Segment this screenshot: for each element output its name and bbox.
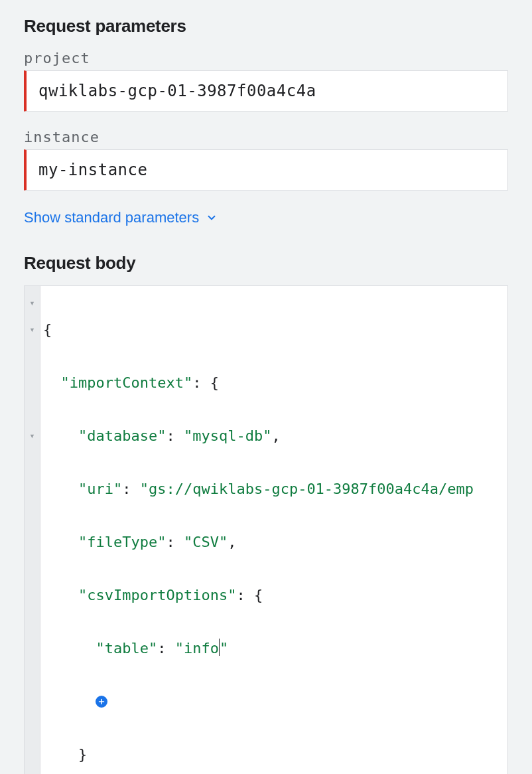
fold-marker-icon[interactable] [25, 290, 40, 317]
request-body-editor[interactable]: { "importContext": { "database": "mysql-… [24, 285, 508, 774]
request-body-heading: Request body [24, 253, 508, 273]
project-label: project [24, 50, 508, 66]
chevron-down-icon [206, 212, 218, 224]
show-standard-parameters-label: Show standard parameters [24, 209, 199, 226]
fold-marker-icon[interactable] [25, 317, 40, 343]
add-field-button[interactable] [96, 696, 107, 708]
instance-input[interactable] [24, 149, 508, 191]
fold-marker-icon[interactable] [25, 423, 40, 449]
request-parameters-heading: Request parameters [24, 16, 508, 37]
show-standard-parameters-toggle[interactable]: Show standard parameters [24, 209, 218, 226]
code-content[interactable]: { "importContext": { "database": "mysql-… [40, 286, 507, 774]
instance-label: instance [24, 129, 508, 145]
code-gutter [25, 286, 40, 774]
project-input[interactable] [24, 70, 508, 112]
